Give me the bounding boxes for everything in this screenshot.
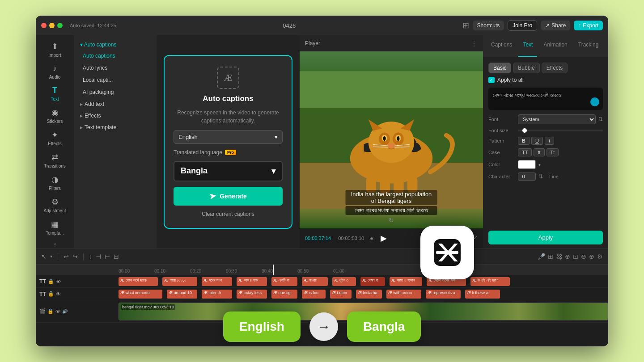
more-tools-icon[interactable]: » [53,241,56,247]
tab-captions[interactable]: Captions [487,39,517,57]
minimize-button[interactable] [49,23,55,28]
caption-clip[interactable]: Æ one tig [271,290,297,299]
track-content-2[interactable]: Æ what immortal Æ around 10 Æ later th Æ… [119,288,608,300]
caption-clip[interactable]: Æ প্রায় ৩ হাজার [390,277,422,286]
caption-clip[interactable]: Æ today less [237,290,267,299]
select-tool[interactable]: ↖ [41,253,47,260]
caption-clip[interactable]: Æ আজ ৪ হাজ [237,277,267,286]
color-swatch[interactable] [518,160,536,169]
tab-text-to[interactable]: Text-to [605,39,608,57]
caption-clip[interactable]: Æ একটি বা [271,277,297,286]
tool-adjustment[interactable]: ⚙ Adjustment [38,194,72,216]
case-lower[interactable]: tt [534,148,544,156]
character-arrows[interactable]: ⇅ [538,173,543,180]
apply-all-checkbox[interactable]: ✓ [488,77,495,83]
mic-icon[interactable]: 🎤 [538,253,545,260]
link-icon[interactable]: ⛓ [556,253,562,260]
tool-stickers[interactable]: ◉ Stickers [38,105,72,126]
caption-clip[interactable]: Æ Luton [330,290,352,299]
case-upper[interactable]: TT [518,148,532,156]
split-audio-icon[interactable]: ⊕ [565,253,570,260]
close-button[interactable] [41,23,47,28]
clear-captions-button[interactable]: Clear current captions [202,211,254,217]
settings-icon[interactable]: ⚙ [597,253,603,260]
caption-clip[interactable]: Æ India ha [356,290,382,299]
font-arrows[interactable]: ⇅ [598,116,603,122]
layout-icon[interactable]: ⊞ [462,21,469,30]
split-tool[interactable]: ⫿ [89,253,92,260]
sidebar-item-ai-packaging[interactable]: AI packaging [76,86,154,98]
caption-clip[interactable]: Æ represents a [426,290,461,299]
caption-clip[interactable]: Æ বেঙ্গল বা [360,277,385,286]
style-tab-basic[interactable]: Basic [488,63,511,73]
style-tab-effects[interactable]: Effects [542,63,568,73]
share-button[interactable]: ↗ Share [541,21,570,30]
case-title[interactable]: Tt [547,148,559,156]
language-select[interactable]: English ▾ [174,130,283,144]
track-lock-icon[interactable]: 🔒 [48,278,54,284]
caption-clip[interactable]: Æ প্রায় ১০০,০ [162,277,197,286]
tool-transitions[interactable]: ⇄ Transitions [38,150,72,171]
zoom-in-icon[interactable]: ⊕ [589,253,594,260]
underline-button[interactable]: U [531,137,543,145]
zoom-out-icon[interactable]: ⊖ [581,253,586,260]
font-size-slider[interactable] [518,130,603,131]
bangla-select[interactable]: Bangla ▾ [174,161,283,181]
caption-clip[interactable]: Æ with aroun [386,290,421,299]
tool-effects[interactable]: ✦ Effects [38,127,72,149]
bold-button[interactable]: B [518,137,530,145]
play-button[interactable]: ▶ [381,233,387,243]
sidebar-item-local-capt[interactable]: Local capti... [76,74,154,86]
font-select[interactable]: System [518,114,596,124]
delete-tool[interactable]: ⊟ [114,253,119,260]
trim-right-tool[interactable]: ⊢ [105,253,110,260]
shortcuts-button[interactable]: Shortcuts [473,21,504,30]
redo-button[interactable]: ↪ [72,253,78,260]
generate-button[interactable]: ➤ Generate [174,187,283,206]
playhead[interactable] [273,265,274,275]
select-dropdown[interactable]: ▾ [50,254,52,259]
style-tab-bubble[interactable]: Bubble [513,63,539,73]
text-template-header[interactable]: Text template [74,122,157,133]
add-text-header[interactable]: Add text [74,98,157,110]
tab-text[interactable]: Text [518,39,537,57]
caption-clip[interactable]: Æ লুটন ৩ [332,277,356,286]
character-input[interactable] [518,173,536,181]
effects-header[interactable]: Effects [74,110,157,122]
track-visible-icon-v[interactable]: 👁 [55,309,60,314]
undo-button[interactable]: ↩ [64,253,69,260]
caption-clip[interactable]: Æ কোন অর্থে ছাড়ে [119,277,158,286]
tool-template[interactable]: ▦ Templa... [38,217,72,238]
sidebar-item-auto-lyrics[interactable]: Auto lyrics [76,62,154,74]
track-content-1[interactable]: Æ কোন অর্থে ছাড়ে Æ প্রায় ১০০,০ Æ পরের … [119,275,608,287]
track-visible-icon-2[interactable]: 👁 [56,291,61,297]
caption-clip[interactable]: Æ পরের সংখ্ [202,277,232,286]
caption-clip[interactable]: Æ উ এই এই প্রাণ [470,277,510,286]
tab-animation[interactable]: Animation [539,39,572,57]
track-lock-icon-2[interactable]: 🔒 [48,291,54,297]
sidebar-item-auto-captions[interactable]: Auto captions [76,50,154,62]
loop-icon[interactable]: ↻ [389,217,394,224]
caption-clip[interactable]: Æ later th [202,290,232,299]
tool-text[interactable]: T Text [38,83,72,104]
tool-filters[interactable]: ◑ Filters [38,172,72,194]
caption-clip[interactable]: Æ is fou [302,290,326,299]
caption-clip[interactable]: Æ what immortal [119,290,162,299]
apply-button[interactable]: Apply [488,231,603,244]
magnet-icon[interactable]: ⊞ [548,253,553,260]
tool-import[interactable]: ⬆ Import [38,39,72,60]
italic-button[interactable]: I [545,137,554,145]
caption-clip[interactable]: Æ Ii these a [465,290,500,299]
trim-left-tool[interactable]: ⊣ [96,253,101,260]
video-track-content[interactable]: bengal tiger.mov 00:00:53:10 [119,302,608,321]
caption-clip[interactable]: Æ পাওয়া [302,277,328,286]
joinpro-button[interactable]: Join Pro [508,20,537,31]
tool-audio[interactable]: ♪ Audio [38,61,72,82]
caption-clip[interactable]: Æ around 10 [167,290,197,299]
player-menu-icon[interactable]: ⋮ [470,39,478,48]
export-button[interactable]: ↑ Export [574,21,603,30]
tab-tracking[interactable]: Tracking [574,39,603,57]
track-visible-icon[interactable]: 👁 [56,279,61,284]
maximize-button[interactable] [57,23,63,28]
auto-captions-header[interactable]: ▾ Auto captions [74,40,157,50]
